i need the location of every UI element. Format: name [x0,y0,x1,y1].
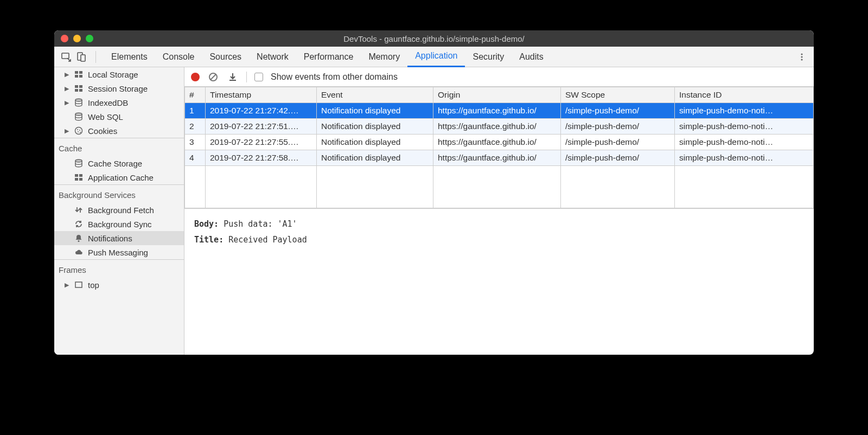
cell-origin: https://gauntface.github.io/ [433,103,561,119]
svg-rect-12 [75,89,78,92]
database-icon [74,158,84,168]
sidebar-item-label: Background Fetch [88,206,154,215]
sidebar-item-label: Session Storage [88,84,148,93]
record-button[interactable] [191,73,200,81]
cell-event: Notification displayed [317,150,433,166]
cell-event: Notification displayed [317,119,433,135]
table-row[interactable]: 42019-07-22 21:27:58.…Notification displ… [185,150,814,166]
tab-memory[interactable]: Memory [361,47,407,67]
sidebar-item-label: Push Messaging [88,248,148,257]
sidebar-item-background-sync[interactable]: Background Sync [54,217,184,231]
cell-event: Notification displayed [317,103,433,119]
svg-rect-13 [79,89,82,92]
svg-rect-30 [75,282,82,287]
sidebar-section-bg: Background Services [54,184,184,203]
detail-body-label: Body: [194,219,219,229]
svg-line-32 [210,74,216,80]
svg-rect-8 [75,75,78,78]
tab-audits[interactable]: Audits [512,47,551,67]
minimize-window-button[interactable] [73,35,81,42]
save-icon[interactable] [227,71,239,83]
table-row[interactable]: 12019-07-22 21:27:42.…Notification displ… [185,103,814,119]
database-icon [74,98,84,107]
show-other-domains-label: Show events from other domains [271,72,398,82]
svg-point-20 [79,130,80,131]
sidebar-item-cookies[interactable]: ▶Cookies [54,124,184,138]
detail-title-value: Received Payload [228,235,307,245]
svg-rect-33 [229,80,236,81]
separator [246,72,247,82]
column-header[interactable]: Instance ID [675,87,814,103]
svg-point-3 [801,53,802,55]
sidebar-section-cache: Cache [54,138,184,156]
event-detail: Body: Push data: 'A1' Title: Received Pa… [184,208,814,355]
tab-network[interactable]: Network [249,47,296,67]
sidebar-section-frames: Frames [54,259,184,278]
tab-console[interactable]: Console [155,47,202,67]
tab-performance[interactable]: Performance [296,47,361,67]
sidebar-item-indexeddb[interactable]: ▶IndexedDB [54,95,184,110]
sidebar-item-web-sql[interactable]: Web SQL [54,110,184,124]
cell-iid: simple-push-demo-noti… [675,119,814,135]
zoom-window-button[interactable] [86,35,93,42]
grid-icon [74,84,84,93]
sidebar-item-label: Background Sync [88,220,152,229]
cell-origin: https://gauntface.github.io/ [433,119,561,135]
tab-elements[interactable]: Elements [104,47,155,67]
frame-icon [74,280,84,290]
clear-icon[interactable] [207,71,219,83]
sidebar-item-application-cache[interactable]: Application Cache [54,170,184,184]
device-toggle-icon[interactable] [75,50,88,63]
close-window-button[interactable] [61,35,68,42]
column-header[interactable]: Origin [433,87,561,103]
svg-rect-6 [75,71,78,74]
sidebar-item-cache-storage[interactable]: Cache Storage [54,156,184,170]
svg-rect-9 [79,75,82,78]
transfer-icon [74,205,84,215]
expand-chevron-icon[interactable]: ▶ [64,71,69,78]
svg-rect-11 [79,85,82,88]
svg-rect-0 [62,53,69,59]
column-header[interactable]: SW Scope [561,87,675,103]
svg-point-4 [801,56,802,57]
sidebar-item-session-storage[interactable]: ▶Session Storage [54,81,184,95]
svg-rect-28 [79,178,82,181]
sidebar-item-push-messaging[interactable]: Push Messaging [54,245,184,259]
show-other-domains-checkbox[interactable] [254,73,263,81]
svg-rect-26 [79,174,82,177]
cell-n: 2 [185,119,206,135]
cell-scope: /simple-push-demo/ [561,150,675,166]
more-menu-icon[interactable] [795,50,808,63]
cell-scope: /simple-push-demo/ [561,119,675,135]
devtools-window: DevTools - gauntface.github.io/simple-pu… [54,30,814,355]
events-table: #TimestampEventOriginSW ScopeInstance ID… [184,87,814,208]
sidebar-item-local-storage[interactable]: ▶Local Storage [54,67,184,81]
cell-ts: 2019-07-22 21:27:51.… [206,119,317,135]
expand-chevron-icon[interactable]: ▶ [64,99,69,106]
inspect-element-icon[interactable] [60,50,73,63]
sidebar-item-notifications[interactable]: Notifications [54,231,184,245]
tab-application[interactable]: Application [407,47,465,67]
svg-point-21 [78,131,79,132]
main-tabbar: ElementsConsoleSourcesNetworkPerformance… [54,47,814,67]
sidebar-item-label: Web SQL [88,112,123,121]
expand-chevron-icon[interactable]: ▶ [64,85,69,92]
bell-icon [74,233,84,243]
grid-icon [74,69,84,79]
expand-chevron-icon[interactable]: ▶ [64,127,69,135]
table-row[interactable]: 32019-07-22 21:27:55.…Notification displ… [185,135,814,150]
column-header[interactable]: # [185,87,206,103]
tab-security[interactable]: Security [465,47,512,67]
separator [95,51,96,63]
sidebar-item-background-fetch[interactable]: Background Fetch [54,203,184,217]
tab-sources[interactable]: Sources [202,47,249,67]
column-header[interactable]: Timestamp [206,87,317,103]
cloud-icon [74,247,84,257]
sidebar-item-label: IndexedDB [88,98,128,107]
table-row[interactable]: 22019-07-22 21:27:51.…Notification displ… [185,119,814,135]
sidebar-item-label: Notifications [88,234,132,243]
cell-origin: https://gauntface.github.io/ [433,135,561,150]
sidebar-item-top[interactable]: ▶top [54,278,184,292]
column-header[interactable]: Event [317,87,433,103]
expand-chevron-icon[interactable]: ▶ [64,282,69,289]
